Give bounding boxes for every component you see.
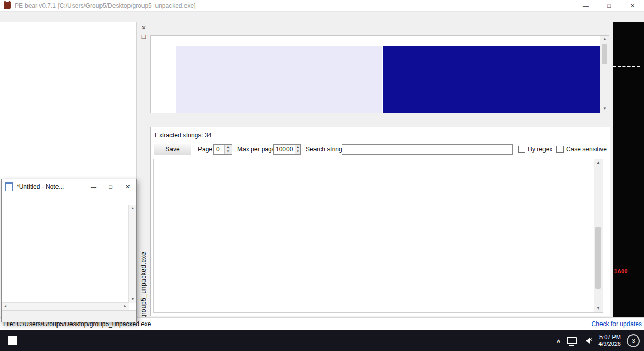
window-controls: —□✕ bbox=[574, 0, 644, 11]
notepad-window: *Untitled - Note... —□✕ ▴ ▾ ◂ ▸ bbox=[1, 179, 137, 322]
strings-table: ▲ ▼ bbox=[153, 159, 603, 313]
notepad-statusbar bbox=[2, 310, 136, 322]
start-button[interactable] bbox=[0, 330, 24, 351]
page-value: 0 bbox=[214, 145, 224, 154]
windows-logo-icon bbox=[8, 336, 17, 345]
pe-bear-logo-icon bbox=[4, 2, 11, 9]
scroll-up-icon[interactable]: ▲ bbox=[594, 159, 603, 166]
close-button[interactable]: ✕ bbox=[621, 0, 644, 11]
scroll-down-icon[interactable]: ▾ bbox=[129, 296, 136, 303]
max-per-page-value: 10000 bbox=[274, 145, 295, 154]
titlebar: PE-bear v0.7.1 [C:/Users/Group5/Desktop/… bbox=[0, 0, 644, 12]
clock[interactable]: 5:07 PM 4/9/2026 bbox=[598, 334, 621, 347]
scroll-up-icon[interactable]: ▴ bbox=[129, 205, 136, 212]
docked-tab-label[interactable]: group5_unpacked.exe bbox=[140, 245, 147, 318]
ascii-selection-background bbox=[383, 46, 600, 113]
notepad-horizontal-scrollbar[interactable]: ◂ ▸ bbox=[2, 302, 129, 310]
scroll-down-icon[interactable]: ▼ bbox=[600, 105, 609, 113]
save-button[interactable]: Save bbox=[154, 144, 191, 155]
menubar bbox=[0, 12, 644, 22]
check-for-updates-link[interactable]: Check for updates bbox=[592, 320, 642, 328]
checkbox-icon[interactable] bbox=[556, 146, 564, 153]
file-layout-map[interactable]: 1A00 bbox=[613, 22, 644, 317]
taskbar: ∧ 5:07 PM 4/9/2026 3 bbox=[0, 330, 644, 351]
scroll-up-icon[interactable]: ▲ bbox=[600, 36, 609, 43]
scrollbar-thumb[interactable] bbox=[602, 44, 607, 64]
table-scrollbar[interactable]: ▲ ▼ bbox=[594, 159, 603, 312]
hex-viewer: ▲ ▼ bbox=[150, 35, 609, 113]
spin-up-icon[interactable]: ▲ bbox=[295, 145, 300, 149]
volume-muted-icon[interactable] bbox=[583, 338, 592, 344]
spin-up-icon[interactable]: ▲ bbox=[225, 145, 232, 149]
notepad-minimize-button[interactable]: — bbox=[85, 179, 102, 194]
search-string-label: Search string bbox=[306, 146, 342, 153]
scrollbar-thumb[interactable] bbox=[595, 227, 601, 289]
entry-point-offset-label: 1A00 bbox=[614, 268, 627, 274]
page-label: Page bbox=[198, 146, 212, 153]
checkbox-icon[interactable] bbox=[518, 146, 525, 153]
max-per-page-label: Max per page bbox=[237, 146, 275, 153]
spin-down-icon[interactable]: ▼ bbox=[295, 149, 300, 154]
extracted-strings-count: Extracted strings: 34 bbox=[155, 132, 211, 139]
notepad-window-controls: —□✕ bbox=[85, 179, 136, 194]
by-regex-label: By regex bbox=[528, 146, 552, 153]
maximize-button[interactable]: □ bbox=[597, 0, 621, 11]
notepad-icon bbox=[5, 182, 13, 191]
window-title: PE-bear v0.7.1 [C:/Users/Group5/Desktop/… bbox=[15, 2, 196, 9]
notepad-menubar bbox=[2, 194, 136, 205]
scroll-down-icon[interactable]: ▼ bbox=[594, 305, 603, 312]
notification-badge[interactable]: 3 bbox=[627, 334, 640, 347]
system-tray: ∧ 5:07 PM 4/9/2026 3 bbox=[556, 334, 644, 347]
max-per-page-spinner[interactable]: 10000 ▲▼ bbox=[273, 144, 301, 155]
undock-panel-button[interactable]: ❐ bbox=[140, 34, 148, 41]
hex-scrollbar[interactable]: ▲ ▼ bbox=[600, 36, 609, 113]
close-panel-button[interactable]: ✕ bbox=[140, 24, 148, 32]
spin-down-icon[interactable]: ▼ bbox=[225, 149, 232, 154]
hex-toolbar bbox=[151, 23, 156, 34]
page-spinner[interactable]: 0 ▲▼ bbox=[213, 144, 232, 155]
case-sensitive-label: Case sensitive bbox=[566, 146, 607, 153]
case-sensitive-checkbox[interactable]: Case sensitive bbox=[556, 146, 607, 153]
table-header bbox=[154, 159, 603, 173]
search-input[interactable] bbox=[342, 144, 513, 155]
by-regex-checkbox[interactable]: By regex bbox=[518, 146, 552, 153]
minimize-button[interactable]: — bbox=[574, 0, 597, 11]
date-label: 4/9/2026 bbox=[598, 341, 621, 347]
spinner-arrows[interactable]: ▲▼ bbox=[224, 145, 232, 154]
notepad-maximize-button[interactable]: □ bbox=[102, 179, 119, 194]
scroll-left-icon[interactable]: ◂ bbox=[2, 303, 9, 310]
notepad-text-area[interactable] bbox=[2, 205, 129, 303]
hex-bytes-background bbox=[176, 46, 382, 113]
spinner-arrows[interactable]: ▲▼ bbox=[295, 145, 300, 154]
time-label: 5:07 PM bbox=[598, 334, 621, 341]
screen: PE-bear v0.7.1 [C:/Users/Group5/Desktop/… bbox=[0, 0, 644, 351]
notepad-titlebar: *Untitled - Note... —□✕ bbox=[2, 179, 136, 194]
scroll-right-icon[interactable]: ▸ bbox=[122, 303, 129, 310]
notepad-title: *Untitled - Note... bbox=[17, 183, 85, 190]
entry-point-line bbox=[613, 66, 640, 67]
network-icon[interactable] bbox=[567, 337, 577, 344]
notepad-close-button[interactable]: ✕ bbox=[119, 179, 136, 194]
hidden-icons-chevron-icon[interactable]: ∧ bbox=[556, 338, 561, 344]
notepad-vertical-scrollbar[interactable]: ▴ ▾ bbox=[128, 205, 136, 303]
hex-column-headers bbox=[151, 36, 609, 46]
